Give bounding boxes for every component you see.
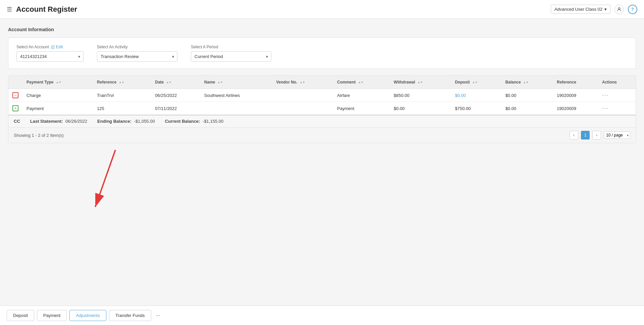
period-label: Select A Period <box>191 45 271 49</box>
activity-select[interactable]: Transaction Review <box>97 51 177 62</box>
next-page-button[interactable]: › <box>592 131 601 140</box>
period-select-wrapper: Current Period <box>191 51 271 62</box>
table-footer: CC Last Statement: 06/26/2022 Ending Bal… <box>8 115 636 127</box>
row1-deposit: $0.00 <box>451 89 501 102</box>
row1-withdrawal: $850.00 <box>390 89 451 102</box>
account-label-row: Select An Account Edit <box>16 45 84 49</box>
table-row: + Payment 125 07/11/2022 Payment $0.00 $… <box>8 102 636 115</box>
row2-date: 07/11/2022 <box>151 102 200 115</box>
row2-reference2: 19020009 <box>553 102 598 115</box>
annotation-container <box>8 147 636 214</box>
app-header: ☰ Account Register Advanced User Class 0… <box>0 0 644 19</box>
sort-name[interactable]: ▲▼ <box>218 81 223 84</box>
menu-icon[interactable]: ☰ <box>7 6 12 13</box>
row1-reference: TrainTrvl <box>93 89 151 102</box>
svg-line-2 <box>95 150 115 207</box>
row2-name <box>200 102 272 115</box>
period-field-group: Select A Period Current Period <box>191 45 271 62</box>
row1-date: 06/25/2022 <box>151 89 200 102</box>
sort-vendor-no[interactable]: ▲▼ <box>300 81 305 84</box>
charge-icon: − <box>12 92 18 98</box>
annotation-arrow <box>82 147 136 214</box>
pagination-controls: ‹ 1 › 10 / page 25 / page 50 / page <box>570 131 630 140</box>
row2-comment: Payment <box>333 102 390 115</box>
activity-field-group: Select An Activity Transaction Review <box>97 45 177 62</box>
help-icon[interactable]: ? <box>628 5 637 14</box>
col-deposit[interactable]: Deposit ▲▼ <box>451 76 501 89</box>
pagination-bar: Showing 1 - 2 of 2 Item(s) ‹ 1 › 10 / pa… <box>8 127 636 143</box>
last-statement: Last Statement: 06/26/2022 <box>30 119 87 124</box>
col-payment-type[interactable]: Payment Type ▲▼ <box>22 76 93 89</box>
col-reference[interactable]: Reference ▲▼ <box>93 76 151 89</box>
sort-date[interactable]: ▲▼ <box>166 81 172 84</box>
header-right: Advanced User Class 02 ▾ ? <box>551 5 637 14</box>
account-select-wrapper: 41214321234 <box>16 51 84 62</box>
cc-label: CC <box>14 119 20 124</box>
row1-reference2: 19020009 <box>553 89 598 102</box>
user-class-dropdown[interactable]: Advanced User Class 02 ▾ <box>551 5 610 14</box>
current-balance: Current Balance: -$1,155.00 <box>165 119 224 124</box>
col-actions: Actions <box>598 76 636 89</box>
sort-withdrawal[interactable]: ▲▼ <box>418 81 423 84</box>
main-content: Account Information Select An Account Ed… <box>0 19 644 222</box>
row1-icon-cell: − <box>8 89 22 102</box>
activity-label: Select An Activity <box>97 45 177 49</box>
sort-balance[interactable]: ▲▼ <box>523 81 529 84</box>
payment-icon: + <box>12 105 18 111</box>
ending-balance: Ending Balance: -$1,055.00 <box>97 119 155 124</box>
col-icon <box>8 76 22 89</box>
row2-actions-dots[interactable]: ··· <box>602 105 608 111</box>
data-table-container: Payment Type ▲▼ Reference ▲▼ Date ▲▼ Nam… <box>8 75 636 143</box>
col-balance[interactable]: Balance ▲▼ <box>501 76 553 89</box>
per-page-wrapper: 10 / page 25 / page 50 / page <box>604 131 630 139</box>
row1-payment-type: Charge <box>22 89 93 102</box>
table-row: − Charge TrainTrvl 06/25/2022 Southwest … <box>8 89 636 102</box>
row1-name: Southwest Airlines <box>200 89 272 102</box>
chevron-down-icon: ▾ <box>604 7 607 12</box>
period-select[interactable]: Current Period <box>191 51 271 62</box>
col-date[interactable]: Date ▲▼ <box>151 76 200 89</box>
col-reference2[interactable]: Reference <box>553 76 598 89</box>
activity-select-wrapper: Transaction Review <box>97 51 177 62</box>
showing-count: Showing 1 - 2 of 2 Item(s) <box>14 133 64 138</box>
row2-payment-type: Payment <box>22 102 93 115</box>
row2-balance: $0.00 <box>501 102 553 115</box>
row2-vendor-no <box>272 102 333 115</box>
user-class-label: Advanced User Class 02 <box>554 7 602 12</box>
row1-comment: Airfare <box>333 89 390 102</box>
svg-point-0 <box>618 7 620 9</box>
account-fields: Select An Account Edit 41214321234 <box>16 45 628 62</box>
sort-reference[interactable]: ▲▼ <box>119 81 124 84</box>
table-body: − Charge TrainTrvl 06/25/2022 Southwest … <box>8 89 636 115</box>
user-icon[interactable] <box>614 5 624 14</box>
row2-icon-cell: + <box>8 102 22 115</box>
prev-page-button[interactable]: ‹ <box>570 131 578 140</box>
edit-link[interactable]: Edit <box>51 45 63 49</box>
account-label: Select An Account <box>16 45 49 49</box>
edit-label: Edit <box>56 45 63 49</box>
row2-actions[interactable]: ··· <box>598 102 636 115</box>
transaction-table: Payment Type ▲▼ Reference ▲▼ Date ▲▼ Nam… <box>8 76 636 115</box>
account-info-card: Select An Account Edit 41214321234 <box>8 38 636 69</box>
table-header: Payment Type ▲▼ Reference ▲▼ Date ▲▼ Nam… <box>8 76 636 89</box>
section-title: Account Information <box>8 27 636 32</box>
col-name[interactable]: Name ▲▼ <box>200 76 272 89</box>
header-left: ☰ Account Register <box>7 5 77 14</box>
page-title: Account Register <box>16 5 77 14</box>
account-select[interactable]: 41214321234 <box>16 51 84 62</box>
row2-deposit: $750.00 <box>451 102 501 115</box>
col-withdrawal[interactable]: Withdrawal ▲▼ <box>390 76 451 89</box>
sort-comment[interactable]: ▲▼ <box>358 81 364 84</box>
row2-reference: 125 <box>93 102 151 115</box>
row1-actions-dots[interactable]: ··· <box>602 92 608 98</box>
row1-vendor-no <box>272 89 333 102</box>
sort-deposit[interactable]: ▲▼ <box>472 81 478 84</box>
row1-actions[interactable]: ··· <box>598 89 636 102</box>
sort-payment-type[interactable]: ▲▼ <box>56 81 61 84</box>
row2-withdrawal: $0.00 <box>390 102 451 115</box>
per-page-select[interactable]: 10 / page 25 / page 50 / page <box>604 131 630 139</box>
col-comment[interactable]: Comment ▲▼ <box>333 76 390 89</box>
current-page-button[interactable]: 1 <box>581 131 590 140</box>
col-vendor-no[interactable]: Vendor No. ▲▼ <box>272 76 333 89</box>
row1-balance: $0.00 <box>501 89 553 102</box>
